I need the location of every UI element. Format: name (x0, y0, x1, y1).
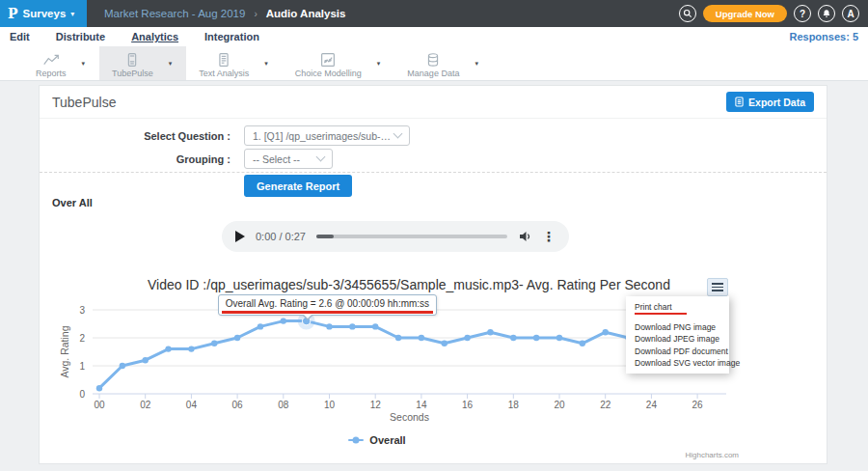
toolbar-item-text-analysis[interactable]: Text Analysis▾ (186, 46, 283, 80)
toolbar-item-label: Reports (36, 69, 67, 78)
legend-label: Overall (369, 434, 405, 446)
select-question-row: Select Question : 1. [Q1] /qp_userimages… (40, 125, 410, 146)
audio-seek-bar[interactable] (316, 235, 507, 238)
audio-player: 0:00 / 0:27 ⋮ (222, 221, 569, 252)
notifications-button[interactable] (818, 5, 835, 22)
product-switcher[interactable]: P Surveys ▾ (0, 0, 87, 27)
context-menu-item-download-svg-vector-image[interactable]: Download SVG vector image (626, 357, 729, 369)
data-point[interactable] (211, 341, 217, 346)
data-point[interactable] (143, 357, 149, 363)
svg-text:0: 0 (79, 389, 85, 400)
data-point[interactable] (372, 323, 378, 329)
select-question-label: Select Question : (40, 130, 244, 142)
database-icon (423, 52, 443, 68)
data-point[interactable] (556, 335, 562, 341)
data-point[interactable] (580, 341, 585, 346)
help-button[interactable]: ? (794, 5, 811, 22)
audio-progress (316, 235, 334, 238)
svg-text:Seconds: Seconds (390, 411, 429, 423)
svg-text:2: 2 (79, 333, 85, 344)
export-data-button[interactable]: Export Data (726, 92, 814, 112)
line-chart-icon (41, 52, 61, 68)
toolbar-item-reports[interactable]: Reports▾ (23, 46, 99, 80)
toolbar-item-label: TubePulse (112, 69, 153, 78)
context-menu-item-print-chart[interactable]: Print chart (626, 301, 729, 313)
toolbar-item-choice-modelling[interactable]: Choice Modelling▾ (283, 46, 395, 80)
svg-text:16: 16 (462, 400, 474, 410)
data-point[interactable] (96, 385, 102, 391)
legend-item-overall[interactable]: Overall (348, 434, 405, 446)
volume-button[interactable] (518, 230, 531, 243)
toolbar-item-manage-data[interactable]: Manage Data▾ (394, 46, 493, 80)
search-button[interactable] (679, 5, 696, 22)
grouping-value: -- Select -- (253, 153, 300, 165)
data-point[interactable] (487, 329, 493, 335)
volume-icon (518, 230, 531, 243)
upgrade-now-button[interactable]: Upgrade Now (703, 5, 787, 22)
data-point[interactable] (395, 335, 401, 341)
data-point[interactable] (281, 318, 286, 323)
data-point[interactable] (419, 335, 424, 341)
chevron-down-icon (393, 129, 403, 139)
data-point[interactable] (464, 335, 470, 341)
menu-item-distribute[interactable]: Distribute (56, 31, 105, 42)
context-menu-item-download-png-image[interactable]: Download PNG image (626, 321, 729, 333)
data-point[interactable] (258, 323, 263, 329)
panel-title: TubePulse (52, 95, 116, 110)
data-point[interactable] (188, 346, 194, 351)
avatar[interactable]: A (842, 5, 859, 22)
menu-bar: EditDistributeAnalyticsIntegration Respo… (0, 27, 868, 46)
menu-item-edit[interactable]: Edit (10, 31, 30, 42)
generate-report-button[interactable]: Generate Report (244, 175, 352, 197)
chevron-down-icon (316, 152, 326, 162)
export-file-icon (735, 97, 744, 107)
data-point[interactable] (442, 341, 448, 346)
chevron-down-icon[interactable]: ▾ (472, 60, 493, 68)
legend-marker-icon (348, 439, 364, 442)
menu-items: EditDistributeAnalyticsIntegration (10, 31, 285, 42)
breadcrumb-survey-link[interactable]: Market Research - Aug 2019 (104, 8, 245, 19)
select-question-dropdown[interactable]: 1. [Q1] /qp_userimages/sub-3/3455655/S..… (244, 125, 410, 146)
panel-header: TubePulse Export Data (40, 86, 827, 119)
audio-more-options-button[interactable]: ⋮ (542, 230, 556, 243)
data-point[interactable] (165, 346, 171, 351)
data-point[interactable] (234, 335, 240, 341)
svg-text:14: 14 (416, 400, 427, 410)
context-menu-item-download-pdf-document[interactable]: Download PDF document (626, 346, 729, 357)
data-point[interactable] (120, 363, 125, 369)
data-point[interactable] (510, 335, 516, 341)
toolbar-item-tubepulse[interactable]: TubePulse▾ (99, 46, 186, 80)
highcharts-credit-link[interactable]: Highcharts.com (40, 451, 739, 459)
header-actions: Upgrade Now ? A (679, 5, 868, 22)
svg-text:06: 06 (232, 400, 244, 410)
page-title: Audio Analysis (266, 8, 346, 19)
hamburger-icon (712, 283, 723, 285)
search-icon (683, 9, 692, 18)
svg-text:Avg. Rating: Avg. Rating (59, 325, 70, 377)
chevron-down-icon[interactable]: ▾ (79, 60, 100, 68)
svg-text:26: 26 (692, 400, 704, 410)
bell-icon (822, 9, 831, 18)
menu-item-integration[interactable]: Integration (204, 31, 259, 42)
svg-text:10: 10 (324, 400, 336, 410)
top-header: P Surveys ▾ Market Research - Aug 2019 ›… (0, 0, 868, 27)
chevron-down-icon[interactable]: ▾ (374, 60, 395, 68)
data-point[interactable] (349, 323, 355, 329)
play-button[interactable] (235, 231, 245, 242)
svg-text:1: 1 (79, 361, 85, 372)
svg-text:18: 18 (508, 400, 520, 410)
svg-text:04: 04 (186, 400, 198, 410)
chart-tooltip: Overall Avg. Rating = 2.6 @ 00:00:09 hh:… (218, 294, 437, 316)
data-point[interactable] (603, 329, 609, 335)
mobile-icon (122, 52, 142, 68)
chart-context-menu-button[interactable] (707, 278, 728, 296)
menu-item-analytics[interactable]: Analytics (131, 31, 178, 42)
chevron-down-icon[interactable]: ▾ (261, 60, 283, 68)
data-point[interactable] (326, 323, 332, 329)
context-menu-item-download-jpeg-image[interactable]: Download JPEG image (626, 333, 729, 345)
svg-text:22: 22 (600, 400, 611, 410)
chevron-down-icon[interactable]: ▾ (166, 60, 187, 68)
svg-text:12: 12 (370, 400, 382, 410)
data-point[interactable] (533, 335, 539, 341)
grouping-dropdown[interactable]: -- Select -- (244, 149, 333, 169)
